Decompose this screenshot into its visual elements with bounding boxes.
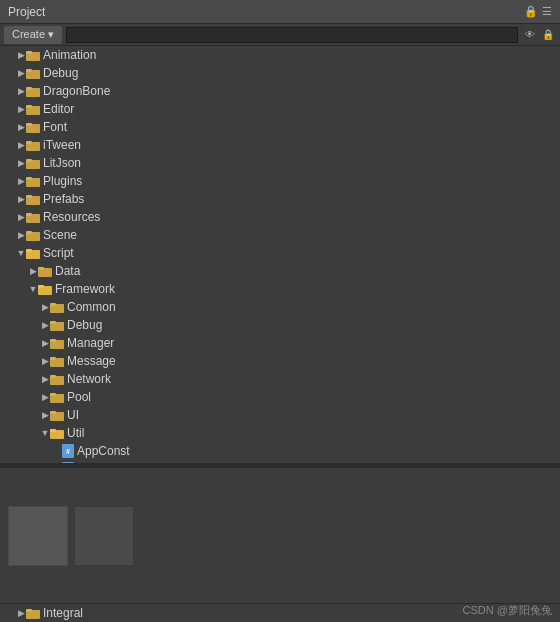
svg-rect-15 [26,177,32,180]
menu-icon[interactable]: ☰ [542,5,552,18]
folder-icon [26,85,40,97]
folder-icon [26,247,40,259]
arrow-icon [16,608,26,618]
list-item[interactable]: Network [0,370,560,388]
svg-rect-25 [38,267,44,270]
arrow-icon [16,140,26,150]
thumbnail-area [0,468,560,603]
thumbnail [74,506,134,566]
list-item[interactable]: Data [0,262,560,280]
list-item[interactable]: Util [0,424,560,442]
list-item[interactable]: Resources [0,208,560,226]
list-item[interactable]: # CacheImage [0,460,560,463]
list-item[interactable]: Framework [0,280,560,298]
arrow-icon [28,266,38,276]
arrow-icon [16,176,26,186]
list-item[interactable]: Scene [0,226,560,244]
arrow-icon [16,212,26,222]
create-button[interactable]: Create ▾ [4,26,62,44]
search-input[interactable] [66,27,518,43]
svg-rect-43 [50,429,56,432]
folder-icon [26,49,40,61]
arrow-icon [16,194,26,204]
list-item[interactable]: Animation [0,46,560,64]
svg-rect-31 [50,321,56,324]
svg-rect-7 [26,105,32,108]
list-item[interactable]: Debug [0,64,560,82]
folder-icon [26,139,40,151]
arrow-icon [40,392,50,402]
list-item[interactable]: DragonBone [0,82,560,100]
list-item[interactable]: UI [0,406,560,424]
folder-icon [26,175,40,187]
arrow-icon [40,320,50,330]
list-item[interactable]: Manager [0,334,560,352]
lock-button[interactable]: 🔒 [540,27,556,43]
folder-icon [50,319,64,331]
folder-icon [50,301,64,313]
folder-icon [26,157,40,169]
cs-file-icon: # [62,462,74,463]
toolbar: Create ▾ 👁 🔒 [0,24,560,46]
header-icons: 🔒 ☰ [524,5,552,18]
svg-rect-41 [50,411,56,414]
arrow-icon [16,158,26,168]
arrow-icon [28,284,38,294]
folder-icon [50,391,64,403]
svg-rect-13 [26,159,32,162]
panel-title: Project [8,5,45,19]
folder-icon [26,103,40,115]
arrow-icon [40,410,50,420]
svg-rect-27 [38,285,44,288]
folder-icon [50,427,64,439]
svg-rect-39 [50,393,56,396]
svg-rect-1 [26,51,32,54]
list-item[interactable]: Message [0,352,560,370]
folder-icon [26,121,40,133]
arrow-icon [16,104,26,114]
svg-rect-17 [26,195,32,198]
list-item[interactable]: Pool [0,388,560,406]
folder-icon [26,229,40,241]
panel-header: Project 🔒 ☰ [0,0,560,24]
list-item[interactable]: Editor [0,100,560,118]
list-item[interactable]: Prefabs [0,190,560,208]
list-item[interactable]: # AppConst [0,442,560,460]
eye-button[interactable]: 👁 [522,27,538,43]
arrow-icon [16,122,26,132]
folder-icon [38,283,52,295]
list-item[interactable]: iTween [0,136,560,154]
arrow-icon [40,374,50,384]
svg-rect-23 [26,249,32,252]
thumbnail [8,506,68,566]
arrow-icon [40,338,50,348]
svg-rect-19 [26,213,32,216]
folder-icon [26,211,40,223]
folder-icon [26,67,40,79]
list-item[interactable]: Common [0,298,560,316]
svg-rect-29 [50,303,56,306]
list-item[interactable]: Script [0,244,560,262]
arrow-icon [40,356,50,366]
arrow-icon [16,68,26,78]
folder-icon [50,409,64,421]
svg-rect-9 [26,123,32,126]
arrow-icon [40,428,50,438]
project-panel: Project 🔒 ☰ Create ▾ 👁 🔒 Animation [0,0,560,622]
list-item[interactable]: LitJson [0,154,560,172]
svg-rect-33 [50,339,56,342]
list-item[interactable]: Debug [0,316,560,334]
arrow-icon [16,86,26,96]
lock-icon[interactable]: 🔒 [524,5,538,18]
folder-icon [50,373,64,385]
arrow-icon [52,446,62,456]
folder-icon [50,355,64,367]
list-item[interactable]: Plugins [0,172,560,190]
svg-rect-35 [50,357,56,360]
list-item[interactable]: Font [0,118,560,136]
cs-file-icon: # [62,444,74,458]
arrow-icon [40,302,50,312]
svg-rect-5 [26,87,32,90]
bottom-panel: Integral CSDN @萝阳兔兔 [0,467,560,622]
svg-rect-21 [26,231,32,234]
